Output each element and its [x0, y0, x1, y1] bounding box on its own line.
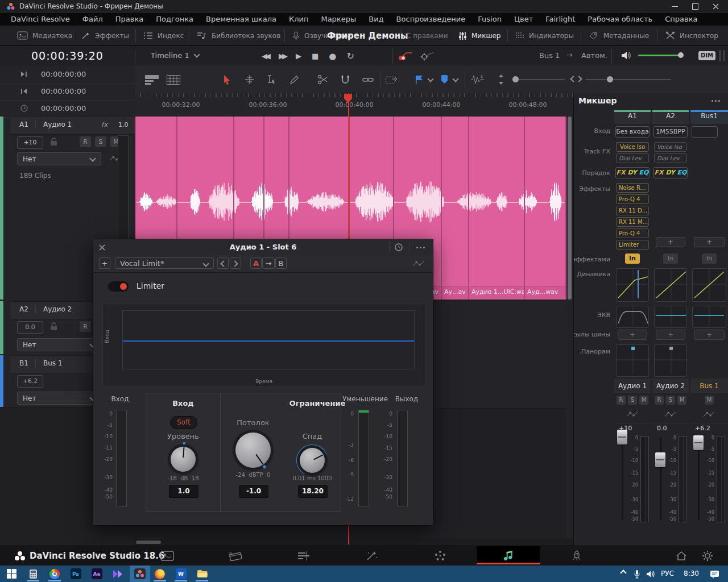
- menu-item-9[interactable]: Fusion: [471, 13, 508, 26]
- track-volume[interactable]: 1.0: [118, 121, 129, 128]
- fairlight-page-active[interactable]: [477, 546, 540, 564]
- automation-curve-icon[interactable]: [626, 410, 639, 418]
- menu-item-11[interactable]: Fairlight: [539, 13, 581, 26]
- deliver-page-icon[interactable]: [569, 548, 585, 563]
- volume-slider[interactable]: [638, 55, 681, 56]
- next-preset-button[interactable]: [230, 257, 241, 269]
- timecode-value[interactable]: 00:00:00:00: [41, 87, 86, 95]
- add-send-a1[interactable]: +: [618, 330, 647, 340]
- calculator-icon[interactable]: [26, 567, 40, 580]
- add-send-a2[interactable]: +: [656, 330, 685, 340]
- zoom-vertical-icon[interactable]: [494, 73, 508, 86]
- channel-name-bus1[interactable]: Bus 1: [690, 379, 728, 393]
- loop-button[interactable]: ↻: [346, 51, 354, 61]
- record-arm-button[interactable]: R: [655, 396, 664, 405]
- plugin-power-toggle[interactable]: [108, 281, 129, 292]
- automation-curve-icon[interactable]: [412, 260, 425, 268]
- menu-item-13[interactable]: Справка: [659, 13, 704, 26]
- menu-item-12[interactable]: Рабочая область: [581, 13, 659, 26]
- fusion-page-icon[interactable]: [364, 548, 380, 563]
- pan-control-a2[interactable]: [654, 344, 687, 377]
- route-select-a1[interactable]: Нет: [17, 152, 101, 165]
- fader-track[interactable]: [622, 437, 623, 520]
- horizontal-scrollbar[interactable]: [135, 539, 573, 546]
- close-button[interactable]: [705, 0, 726, 13]
- track-gain-a1[interactable]: +10: [17, 136, 43, 149]
- monitor-bus-label[interactable]: Bus 1: [539, 51, 560, 60]
- menu-item-1[interactable]: Файл: [76, 13, 109, 26]
- lock-icon[interactable]: [50, 322, 57, 331]
- maximize-button[interactable]: [685, 0, 705, 13]
- goto-next-icon[interactable]: [20, 71, 27, 77]
- solo-button[interactable]: S: [95, 136, 106, 147]
- aftereffects-icon[interactable]: Ae: [90, 567, 104, 580]
- clock[interactable]: 8:30: [684, 569, 699, 577]
- mic-icon[interactable]: [630, 567, 644, 580]
- automation-settings-icon[interactable]: [420, 51, 435, 61]
- trackfx-dial-lev-a1[interactable]: Dial Lev: [616, 153, 649, 163]
- automation-curve-icon[interactable]: [703, 410, 715, 418]
- post-fx-in-bus1[interactable]: In: [702, 253, 717, 264]
- trackfx-voice-iso-a1[interactable]: Voice Iso: [616, 142, 649, 152]
- index-button[interactable]: Индекс: [143, 26, 184, 45]
- pointer-tool-icon[interactable]: [220, 73, 234, 86]
- graph-threshold-line[interactable]: [123, 340, 414, 342]
- marker-chevron-icon[interactable]: [449, 73, 462, 86]
- tray-speaker-icon[interactable]: [644, 567, 657, 580]
- color-page-icon[interactable]: [432, 548, 448, 563]
- eq-graph-a1[interactable]: [616, 306, 649, 328]
- solo-button[interactable]: S: [628, 396, 637, 405]
- menu-item-0[interactable]: DaVinci Resolve: [5, 13, 76, 26]
- snap-magnet-icon[interactable]: [338, 73, 352, 86]
- stop-button[interactable]: ■: [312, 52, 318, 60]
- horizontal-scrollbar-thumb[interactable]: [136, 541, 161, 544]
- channel-header-a1[interactable]: A1: [614, 110, 651, 124]
- word-icon[interactable]: W: [174, 567, 188, 580]
- effect-slot[interactable]: Noise R...: [616, 183, 649, 193]
- tray-chevron-icon[interactable]: [617, 567, 630, 580]
- mixer-options-icon[interactable]: [712, 100, 720, 102]
- ab-copy-button[interactable]: →: [262, 257, 275, 269]
- input-select-a2[interactable]: 1M5SBPP: [653, 126, 688, 138]
- sound-library-button[interactable]: Библиотека звуков: [197, 26, 280, 45]
- lock-icon[interactable]: [50, 138, 57, 146]
- track-gain-b1[interactable]: +6.2: [17, 375, 43, 388]
- eq-graph-bus1[interactable]: [692, 306, 726, 328]
- photoshop-icon[interactable]: Ps: [69, 567, 82, 580]
- effect-slot[interactable]: RX 11 M...: [616, 217, 649, 227]
- dialog-options-icon[interactable]: [416, 247, 425, 248]
- post-fx-in-a1[interactable]: In: [625, 253, 640, 264]
- waveform-zoom-icon[interactable]: [470, 73, 484, 86]
- pencil-tool-icon[interactable]: [287, 73, 301, 86]
- preset-select[interactable]: Vocal Limit*: [115, 257, 214, 269]
- mute-button[interactable]: M: [705, 396, 714, 405]
- rewind-button[interactable]: ◀◀: [262, 52, 268, 60]
- fx-order-a2[interactable]: FX DY EQ: [653, 167, 688, 178]
- menu-item-5[interactable]: Клип: [283, 13, 315, 26]
- firefox-icon[interactable]: [153, 567, 167, 580]
- pan-control-a1[interactable]: [616, 344, 649, 377]
- menu-item-8[interactable]: Воспроизведение: [390, 13, 472, 26]
- speaker-icon[interactable]: [621, 51, 631, 60]
- trackfx-dial-lev-a2[interactable]: Dial Lev: [654, 153, 687, 163]
- menu-item-4[interactable]: Временная шкала: [200, 13, 283, 26]
- fader-value-a2[interactable]: 0.0: [657, 425, 667, 432]
- route-select-a2[interactable]: Нет: [17, 338, 101, 351]
- fader-handle-a1[interactable]: [617, 430, 627, 444]
- trackfx-voice-iso-a2[interactable]: Voice Iso: [654, 142, 687, 152]
- automation-toggle-icon[interactable]: [398, 51, 413, 61]
- start-button[interactable]: [5, 567, 18, 580]
- effect-slot[interactable]: Limiter: [616, 240, 649, 250]
- language-indicator[interactable]: РУС: [661, 569, 674, 577]
- settings-gear-icon[interactable]: [700, 548, 715, 563]
- metadata-button[interactable]: Метаданные: [589, 26, 649, 45]
- history-icon[interactable]: [394, 243, 403, 252]
- add-preset-button[interactable]: +: [99, 257, 110, 269]
- media-page-icon[interactable]: [159, 548, 175, 563]
- scissors-icon[interactable]: [316, 73, 329, 86]
- solo-button[interactable]: S: [666, 396, 675, 405]
- effect-slot[interactable]: Pro-Q 4: [616, 194, 649, 204]
- ceiling-value[interactable]: -1.0: [239, 485, 268, 498]
- add-effect-bus1[interactable]: +: [694, 237, 725, 247]
- media-pool-button[interactable]: Медиатека: [17, 26, 72, 45]
